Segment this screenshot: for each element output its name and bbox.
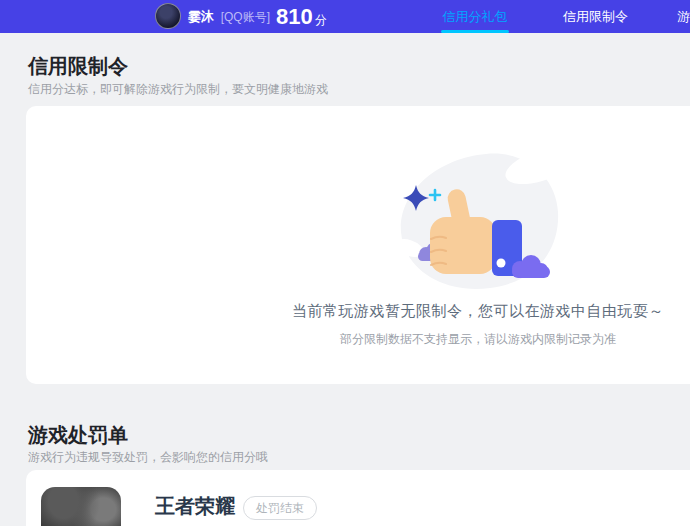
status-badge: 处罚结束: [243, 496, 317, 520]
tab-credit-restriction[interactable]: 信用限制令: [563, 0, 628, 33]
tab-credit-gift[interactable]: 信用分礼包: [441, 0, 509, 33]
header-bar: 霎沐 [QQ账号] 810分 信用分礼包 信用限制令 游: [0, 0, 690, 33]
punishment-section-subtitle: 游戏行为违规导致处罚，会影响您的信用分哦: [28, 449, 268, 466]
restriction-section-subtitle: 信用分达标，即可解除游戏行为限制，要文明健康地游戏: [28, 81, 328, 98]
empty-state-message: 当前常玩游戏暂无限制令，您可以在游戏中自由玩耍～: [26, 302, 690, 321]
thumbs-up-illustration: [390, 144, 570, 294]
game-title: 王者荣耀: [155, 494, 235, 518]
restriction-section-title: 信用限制令: [28, 53, 128, 80]
game-thumbnail: [41, 487, 121, 526]
credit-score: 810分: [276, 0, 327, 33]
username: 霎沐 [QQ账号]: [188, 0, 270, 33]
credit-score-value: 810: [276, 4, 313, 29]
empty-state-note: 部分限制数据不支持显示，请以游戏内限制记录为准: [26, 331, 690, 348]
tab-game-punishment[interactable]: 游: [677, 0, 690, 33]
avatar[interactable]: [155, 3, 181, 29]
punishment-list-row[interactable]: [26, 470, 690, 526]
punishment-section-title: 游戏处罚单: [28, 422, 128, 449]
username-text: 霎沐: [188, 9, 214, 24]
credit-score-unit: 分: [315, 13, 327, 27]
account-type-label: [QQ账号]: [221, 10, 270, 24]
active-tab-underline: [441, 30, 509, 33]
